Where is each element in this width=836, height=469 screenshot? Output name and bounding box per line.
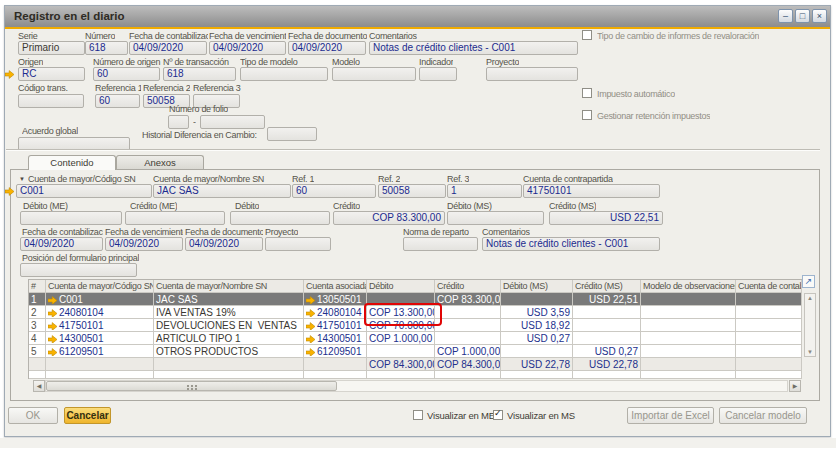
- debito-field[interactable]: [230, 211, 330, 225]
- fecha-contabilizacion-field[interactable]: 04/09/2020: [129, 41, 207, 55]
- title-bar[interactable]: [5, 6, 830, 27]
- modelo-cell[interactable]: [641, 332, 736, 345]
- col-debito-ms[interactable]: Débito (MS): [501, 280, 573, 293]
- scroll-left-button[interactable]: ◀: [33, 380, 45, 392]
- visualizar-me-checkbox[interactable]: [413, 410, 423, 420]
- col-cuenta-contab[interactable]: Cuenta de contab...: [736, 280, 802, 293]
- col-debito[interactable]: Débito: [367, 280, 435, 293]
- numero-field[interactable]: 618: [85, 41, 128, 55]
- horizontal-scrollbar-thumb[interactable]: [46, 381, 337, 391]
- indicador-field[interactable]: [419, 67, 457, 81]
- debito-ms-cell[interactable]: USD 0,27: [501, 332, 573, 345]
- link-arrow-icon[interactable]: [306, 348, 315, 356]
- debito-ms-cell[interactable]: USD 3,59: [501, 306, 573, 319]
- nombre-cell[interactable]: OTROS PRODUCTOS: [154, 345, 304, 358]
- cuenta-contab-cell[interactable]: [736, 319, 802, 332]
- col-cuenta-asociada[interactable]: Cuenta asociada: [304, 280, 367, 293]
- codigo-cell[interactable]: 41750101: [46, 319, 154, 332]
- modelo-cell[interactable]: [641, 345, 736, 358]
- numero-origen-field[interactable]: 60: [93, 67, 160, 81]
- modelo-cell[interactable]: [641, 293, 736, 306]
- credito-ms-cell[interactable]: USD 0,27: [573, 345, 641, 358]
- ref3-field[interactable]: 1: [447, 184, 522, 198]
- cuenta-contrapartida-field[interactable]: 41750101: [523, 184, 660, 198]
- asociada-cell[interactable]: 61209501: [304, 345, 367, 358]
- impuesto-automatico-checkbox[interactable]: [582, 88, 592, 98]
- cuenta-contab-cell[interactable]: [736, 332, 802, 345]
- nombre-cell[interactable]: DEVOLUCIONES EN VENTAS: [154, 319, 304, 332]
- debito-ms-cell[interactable]: USD 18,92: [501, 319, 573, 332]
- tipo-modelo-field[interactable]: [240, 67, 328, 81]
- codigo-cell[interactable]: 24080104: [46, 306, 154, 319]
- origen-field[interactable]: RC: [18, 67, 85, 81]
- col-credito-ms[interactable]: Crédito (MS): [573, 280, 641, 293]
- debito-ms-cell[interactable]: [501, 293, 573, 306]
- collapse-icon[interactable]: ▼: [19, 176, 25, 182]
- fecha-documento-field[interactable]: 04/09/2020: [288, 41, 366, 55]
- link-arrow-icon[interactable]: [306, 309, 315, 317]
- codigo-cell[interactable]: 61209501: [46, 345, 154, 358]
- tipo-cambio-revalorizacion-checkbox[interactable]: [582, 30, 592, 40]
- visualizar-ms-checkbox[interactable]: ✓: [493, 410, 503, 420]
- cancel-button[interactable]: Cancelar: [64, 407, 111, 424]
- codigo-cell[interactable]: 14300501: [46, 332, 154, 345]
- link-arrow-icon[interactable]: [48, 335, 57, 343]
- scroll-down-icon[interactable]: ▼: [805, 349, 815, 355]
- codigo-cell[interactable]: C001: [46, 293, 154, 306]
- debito-ms-field[interactable]: [447, 211, 544, 225]
- ref2-field[interactable]: 50058: [378, 184, 446, 198]
- credito-cell[interactable]: COP 83.300,00: [435, 293, 501, 306]
- credito-me-field[interactable]: [125, 211, 225, 225]
- cancelar-modelo-button[interactable]: Cancelar modelo: [719, 407, 807, 424]
- referencia1-field[interactable]: 60: [95, 94, 140, 108]
- scroll-up-icon[interactable]: ▲: [805, 295, 815, 301]
- minimize-button[interactable]: –: [778, 9, 793, 23]
- col-nombre-sn[interactable]: Cuenta de mayor/Nombre SN: [154, 280, 304, 293]
- nombre-cell[interactable]: JAC SAS: [154, 293, 304, 306]
- close-button[interactable]: ×: [812, 9, 827, 23]
- row-num[interactable]: 5: [29, 345, 46, 358]
- num-transaccion-field[interactable]: 618: [163, 67, 236, 81]
- comentarios-field[interactable]: Notas de crédito clientes - C001: [369, 41, 578, 55]
- debito-ms-cell[interactable]: [501, 345, 573, 358]
- scroll-right-button[interactable]: ▶: [789, 380, 801, 392]
- cuenta-contab-cell[interactable]: [736, 306, 802, 319]
- vertical-scrollbar[interactable]: ▲ ▼: [804, 293, 816, 357]
- codigo-trans-field[interactable]: [18, 94, 84, 108]
- link-arrow-icon[interactable]: [5, 70, 14, 79]
- ref1-field[interactable]: 60: [292, 184, 376, 198]
- credito-ms-cell[interactable]: [573, 306, 641, 319]
- proyecto-field[interactable]: [486, 67, 578, 81]
- link-arrow-icon[interactable]: [306, 322, 315, 330]
- detalle-fecha-vencimiento-field[interactable]: 04/09/2020: [105, 237, 183, 251]
- link-arrow-icon[interactable]: [48, 322, 57, 330]
- modelo-field[interactable]: [332, 67, 416, 81]
- gestionar-retencion-checkbox[interactable]: [582, 110, 592, 120]
- debito-cell[interactable]: [367, 293, 435, 306]
- debito-cell-highlighted[interactable]: COP 13.300,00: [367, 306, 435, 319]
- nombre-cell[interactable]: ARTICULO TIPO 1: [154, 332, 304, 345]
- col-codigo-sn[interactable]: Cuenta de mayor/Código SN: [46, 280, 154, 293]
- fecha-vencimiento-field[interactable]: 04/09/2020: [209, 41, 286, 55]
- credito-cell[interactable]: [435, 306, 501, 319]
- link-arrow-icon[interactable]: [5, 187, 14, 196]
- debito-me-field[interactable]: [20, 211, 122, 225]
- maximize-button[interactable]: □: [795, 9, 810, 23]
- row-num[interactable]: 3: [29, 319, 46, 332]
- link-arrow-icon[interactable]: [48, 296, 57, 304]
- asociada-cell[interactable]: 14300501: [304, 332, 367, 345]
- importar-excel-button[interactable]: Importar de Excel: [627, 407, 714, 424]
- detalle-comentarios-field[interactable]: Notas de crédito clientes - C001: [482, 237, 660, 251]
- link-arrow-icon[interactable]: [48, 309, 57, 317]
- link-arrow-icon[interactable]: [306, 335, 315, 343]
- ok-button[interactable]: OK: [8, 407, 58, 424]
- credito-ms-cell[interactable]: [573, 319, 641, 332]
- posicion-formulario-field[interactable]: [20, 263, 137, 277]
- historial-diferencia-field[interactable]: [267, 127, 317, 141]
- expand-grid-icon[interactable]: ↗: [802, 275, 815, 288]
- asociada-cell[interactable]: 24080104: [304, 306, 367, 319]
- folio-number-field[interactable]: [200, 115, 265, 129]
- tab-anexos[interactable]: Anexos: [116, 155, 204, 170]
- credito-ms-cell[interactable]: [573, 332, 641, 345]
- row-num[interactable]: 1: [29, 293, 46, 306]
